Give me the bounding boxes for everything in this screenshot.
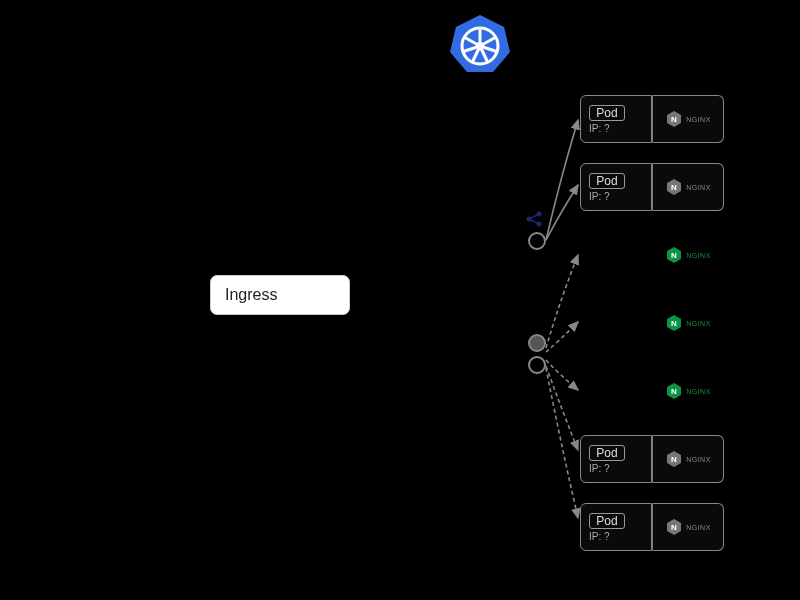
pod-box: PodIP: ?: [580, 503, 652, 551]
pod-row: NNGINX: [580, 367, 724, 415]
pod-row: PodIP: ?NNGINX: [580, 95, 724, 143]
pod-ip: IP: ?: [589, 531, 643, 542]
service-node-a: [528, 232, 546, 250]
svg-text:N: N: [671, 115, 677, 124]
kubernetes-icon: [448, 12, 512, 76]
pod-row: NNGINX: [580, 299, 724, 347]
pod-box: [580, 231, 652, 279]
svg-text:N: N: [671, 387, 677, 396]
ingress-box: Ingress: [210, 275, 350, 315]
nginx-box: NNGINX: [652, 95, 724, 143]
pod-box: PodIP: ?: [580, 163, 652, 211]
pod-ip: IP: ?: [589, 191, 643, 202]
nginx-box: NNGINX: [652, 299, 724, 347]
nginx-box: NNGINX: [652, 163, 724, 211]
pod-box: [580, 299, 652, 347]
pod-row: NNGINX: [580, 231, 724, 279]
nginx-box: NNGINX: [652, 435, 724, 483]
svg-text:N: N: [671, 455, 677, 464]
nginx-label: NGINX: [686, 456, 711, 463]
pod-title: Pod: [589, 445, 625, 461]
nginx-label: NGINX: [686, 320, 711, 327]
pod-title: Pod: [589, 173, 625, 189]
pod-stack: PodIP: ?NNGINXPodIP: ?NNGINXNNGINXNNGINX…: [580, 95, 724, 551]
pod-box: [580, 367, 652, 415]
pod-box: PodIP: ?: [580, 435, 652, 483]
nginx-label: NGINX: [686, 252, 711, 259]
nginx-label: NGINX: [686, 116, 711, 123]
svg-text:N: N: [671, 251, 677, 260]
share-icon: [525, 210, 543, 228]
pod-ip: IP: ?: [589, 463, 643, 474]
service-node-c: [528, 356, 546, 374]
service-node-b: [528, 334, 546, 352]
svg-line-13: [529, 214, 539, 219]
pod-title: Pod: [589, 513, 625, 529]
nginx-label: NGINX: [686, 524, 711, 531]
pod-box: PodIP: ?: [580, 95, 652, 143]
pod-row: PodIP: ?NNGINX: [580, 163, 724, 211]
svg-text:N: N: [671, 523, 677, 532]
pod-ip: IP: ?: [589, 123, 643, 134]
svg-text:N: N: [671, 183, 677, 192]
nginx-box: NNGINX: [652, 503, 724, 551]
ingress-label: Ingress: [225, 286, 277, 304]
pod-title: Pod: [589, 105, 625, 121]
svg-line-14: [529, 219, 539, 224]
nginx-box: NNGINX: [652, 231, 724, 279]
nginx-box: NNGINX: [652, 367, 724, 415]
svg-text:N: N: [671, 319, 677, 328]
nginx-label: NGINX: [686, 388, 711, 395]
pod-row: PodIP: ?NNGINX: [580, 435, 724, 483]
pod-row: PodIP: ?NNGINX: [580, 503, 724, 551]
nginx-label: NGINX: [686, 184, 711, 191]
